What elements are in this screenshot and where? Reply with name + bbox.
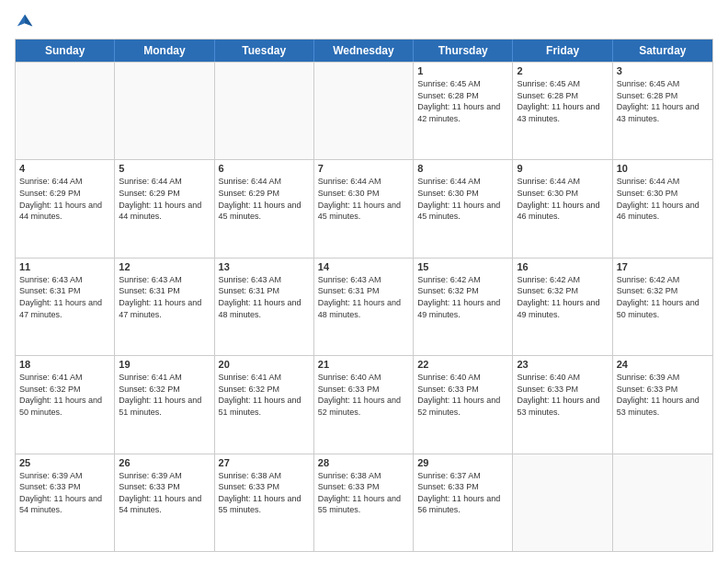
calendar-cell-1-1: 5Sunrise: 6:44 AM Sunset: 6:29 PM Daylig… [115, 160, 214, 257]
day-info: Sunrise: 6:42 AM Sunset: 6:32 PM Dayligh… [417, 274, 508, 320]
header-day-wednesday: Wednesday [314, 40, 414, 62]
calendar-cell-4-3: 28Sunrise: 6:38 AM Sunset: 6:33 PM Dayli… [314, 454, 414, 551]
week-row-3: 18Sunrise: 6:41 AM Sunset: 6:32 PM Dayli… [16, 355, 712, 453]
calendar-cell-1-0: 4Sunrise: 6:44 AM Sunset: 6:29 PM Daylig… [16, 160, 115, 257]
calendar-cell-4-1: 26Sunrise: 6:39 AM Sunset: 6:33 PM Dayli… [115, 454, 214, 551]
calendar-cell-1-3: 7Sunrise: 6:44 AM Sunset: 6:30 PM Daylig… [314, 160, 414, 257]
week-row-0: 1Sunrise: 6:45 AM Sunset: 6:28 PM Daylig… [16, 62, 712, 159]
day-info: Sunrise: 6:41 AM Sunset: 6:32 PM Dayligh… [219, 372, 310, 418]
calendar-cell-3-4: 22Sunrise: 6:40 AM Sunset: 6:33 PM Dayli… [414, 356, 513, 453]
calendar-cell-0-0 [16, 63, 115, 159]
day-info: Sunrise: 6:44 AM Sunset: 6:30 PM Dayligh… [318, 176, 409, 222]
day-info: Sunrise: 6:42 AM Sunset: 6:32 PM Dayligh… [517, 274, 608, 320]
week-row-2: 11Sunrise: 6:43 AM Sunset: 6:31 PM Dayli… [16, 258, 712, 355]
calendar-cell-4-5 [513, 454, 612, 551]
day-number: 5 [119, 163, 210, 174]
header-day-tuesday: Tuesday [215, 40, 314, 62]
day-info: Sunrise: 6:40 AM Sunset: 6:33 PM Dayligh… [417, 372, 508, 418]
calendar-cell-2-6: 17Sunrise: 6:42 AM Sunset: 6:32 PM Dayli… [613, 259, 712, 355]
day-info: Sunrise: 6:44 AM Sunset: 6:30 PM Dayligh… [417, 176, 508, 222]
calendar-cell-0-5: 2Sunrise: 6:45 AM Sunset: 6:28 PM Daylig… [513, 63, 612, 159]
calendar-cell-2-2: 13Sunrise: 6:43 AM Sunset: 6:31 PM Dayli… [215, 259, 314, 355]
day-number: 19 [119, 359, 210, 370]
day-number: 24 [617, 359, 709, 370]
day-number: 20 [219, 359, 310, 370]
header-day-saturday: Saturday [613, 40, 712, 62]
day-number: 29 [417, 457, 508, 468]
header-day-friday: Friday [513, 40, 612, 62]
calendar-cell-3-0: 18Sunrise: 6:41 AM Sunset: 6:32 PM Dayli… [16, 356, 115, 453]
page: SundayMondayTuesdayWednesdayThursdayFrid… [0, 0, 728, 563]
calendar-cell-0-4: 1Sunrise: 6:45 AM Sunset: 6:28 PM Daylig… [414, 63, 513, 159]
calendar-cell-3-6: 24Sunrise: 6:39 AM Sunset: 6:33 PM Dayli… [613, 356, 712, 453]
day-number: 28 [318, 457, 409, 468]
day-number: 13 [219, 261, 310, 272]
day-info: Sunrise: 6:43 AM Sunset: 6:31 PM Dayligh… [219, 274, 310, 320]
day-info: Sunrise: 6:44 AM Sunset: 6:30 PM Dayligh… [617, 176, 709, 222]
day-number: 6 [219, 163, 310, 174]
calendar-cell-2-5: 16Sunrise: 6:42 AM Sunset: 6:32 PM Dayli… [513, 259, 612, 355]
logo [15, 11, 39, 31]
calendar-cell-1-5: 9Sunrise: 6:44 AM Sunset: 6:30 PM Daylig… [513, 160, 612, 257]
day-number: 1 [417, 65, 508, 76]
day-number: 18 [19, 359, 110, 370]
day-info: Sunrise: 6:38 AM Sunset: 6:33 PM Dayligh… [318, 470, 409, 516]
calendar-cell-3-1: 19Sunrise: 6:41 AM Sunset: 6:32 PM Dayli… [115, 356, 214, 453]
day-number: 17 [617, 261, 709, 272]
day-info: Sunrise: 6:44 AM Sunset: 6:29 PM Dayligh… [19, 176, 110, 222]
day-info: Sunrise: 6:41 AM Sunset: 6:32 PM Dayligh… [19, 372, 110, 418]
day-info: Sunrise: 6:45 AM Sunset: 6:28 PM Dayligh… [417, 78, 508, 124]
calendar-cell-4-6 [613, 454, 712, 551]
day-info: Sunrise: 6:39 AM Sunset: 6:33 PM Dayligh… [617, 372, 709, 418]
calendar-cell-4-0: 25Sunrise: 6:39 AM Sunset: 6:33 PM Dayli… [16, 454, 115, 551]
calendar-cell-4-4: 29Sunrise: 6:37 AM Sunset: 6:33 PM Dayli… [414, 454, 513, 551]
day-info: Sunrise: 6:40 AM Sunset: 6:33 PM Dayligh… [517, 372, 608, 418]
day-number: 21 [318, 359, 409, 370]
day-number: 11 [19, 261, 110, 272]
day-info: Sunrise: 6:45 AM Sunset: 6:28 PM Dayligh… [617, 78, 709, 124]
day-info: Sunrise: 6:44 AM Sunset: 6:29 PM Dayligh… [119, 176, 210, 222]
day-number: 7 [318, 163, 409, 174]
calendar-cell-3-3: 21Sunrise: 6:40 AM Sunset: 6:33 PM Dayli… [314, 356, 414, 453]
day-info: Sunrise: 6:42 AM Sunset: 6:32 PM Dayligh… [617, 274, 709, 320]
day-number: 22 [417, 359, 508, 370]
calendar-cell-0-3 [314, 63, 414, 159]
day-info: Sunrise: 6:45 AM Sunset: 6:28 PM Dayligh… [517, 78, 608, 124]
day-info: Sunrise: 6:39 AM Sunset: 6:33 PM Dayligh… [19, 470, 110, 516]
calendar-cell-1-2: 6Sunrise: 6:44 AM Sunset: 6:29 PM Daylig… [215, 160, 314, 257]
day-number: 14 [318, 261, 409, 272]
header-day-thursday: Thursday [414, 40, 513, 62]
calendar-body: 1Sunrise: 6:45 AM Sunset: 6:28 PM Daylig… [16, 62, 712, 551]
calendar-cell-1-6: 10Sunrise: 6:44 AM Sunset: 6:30 PM Dayli… [613, 160, 712, 257]
header-day-monday: Monday [115, 40, 214, 62]
day-info: Sunrise: 6:43 AM Sunset: 6:31 PM Dayligh… [119, 274, 210, 320]
day-number: 15 [417, 261, 508, 272]
calendar: SundayMondayTuesdayWednesdayThursdayFrid… [15, 39, 713, 552]
day-number: 9 [517, 163, 608, 174]
header [15, 11, 713, 31]
day-number: 26 [119, 457, 210, 468]
calendar-cell-0-2 [215, 63, 314, 159]
day-number: 27 [219, 457, 310, 468]
day-number: 10 [617, 163, 709, 174]
header-day-sunday: Sunday [16, 40, 115, 62]
day-info: Sunrise: 6:43 AM Sunset: 6:31 PM Dayligh… [318, 274, 409, 320]
day-info: Sunrise: 6:44 AM Sunset: 6:30 PM Dayligh… [517, 176, 608, 222]
calendar-cell-1-4: 8Sunrise: 6:44 AM Sunset: 6:30 PM Daylig… [414, 160, 513, 257]
day-number: 12 [119, 261, 210, 272]
week-row-4: 25Sunrise: 6:39 AM Sunset: 6:33 PM Dayli… [16, 454, 712, 551]
day-number: 2 [517, 65, 608, 76]
day-info: Sunrise: 6:38 AM Sunset: 6:33 PM Dayligh… [219, 470, 310, 516]
calendar-cell-2-1: 12Sunrise: 6:43 AM Sunset: 6:31 PM Dayli… [115, 259, 214, 355]
day-number: 3 [617, 65, 709, 76]
day-number: 8 [417, 163, 508, 174]
day-info: Sunrise: 6:39 AM Sunset: 6:33 PM Dayligh… [119, 470, 210, 516]
day-number: 25 [19, 457, 110, 468]
day-number: 23 [517, 359, 608, 370]
day-number: 16 [517, 261, 608, 272]
calendar-cell-4-2: 27Sunrise: 6:38 AM Sunset: 6:33 PM Dayli… [215, 454, 314, 551]
day-info: Sunrise: 6:44 AM Sunset: 6:29 PM Dayligh… [219, 176, 310, 222]
calendar-header: SundayMondayTuesdayWednesdayThursdayFrid… [16, 40, 712, 62]
logo-icon [15, 11, 35, 31]
calendar-cell-3-2: 20Sunrise: 6:41 AM Sunset: 6:32 PM Dayli… [215, 356, 314, 453]
